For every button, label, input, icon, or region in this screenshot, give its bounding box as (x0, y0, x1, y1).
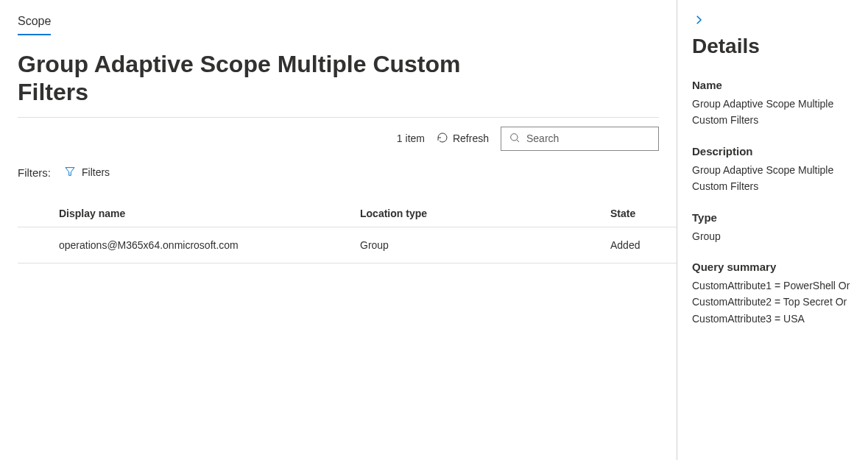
toolbar: 1 item Refresh (18, 127, 659, 151)
tab-scope[interactable]: Scope (18, 15, 51, 35)
svg-marker-2 (66, 167, 74, 175)
divider (18, 117, 659, 118)
field-query-summary: Query summary CustomAttribute1 = PowerSh… (692, 261, 853, 327)
filters-label: Filters: (18, 166, 51, 179)
field-description-value: Group Adaptive Scope Multiple Custom Fil… (692, 162, 853, 195)
cell-state: Added (610, 239, 677, 251)
details-panel: Details Name Group Adaptive Scope Multip… (677, 0, 868, 460)
refresh-button[interactable]: Refresh (437, 132, 489, 146)
main-panel: Scope Group Adaptive Scope Multiple Cust… (0, 0, 677, 460)
filters-row: Filters: Filters (18, 166, 677, 180)
field-query-summary-value: CustomAttribute1 = PowerShell Or CustomA… (692, 277, 853, 327)
details-title: Details (692, 35, 853, 58)
field-description: Description Group Adaptive Scope Multipl… (692, 145, 853, 195)
header-display-name[interactable]: Display name (59, 208, 360, 219)
field-name-value: Group Adaptive Scope Multiple Custom Fil… (692, 96, 853, 129)
cell-location-type: Group (360, 239, 610, 251)
svg-point-0 (511, 133, 518, 140)
header-state[interactable]: State (610, 208, 677, 219)
svg-line-1 (517, 139, 519, 141)
search-icon (509, 132, 521, 146)
search-box[interactable] (501, 127, 659, 151)
item-count: 1 item (397, 132, 425, 144)
filters-button[interactable]: Filters (64, 166, 110, 180)
table-header-row: Display name Location type State (18, 200, 677, 227)
table-row[interactable]: operations@M365x64.onmicrosoft.com Group… (18, 227, 677, 263)
search-input[interactable] (526, 132, 651, 144)
filter-icon (64, 166, 76, 180)
cell-display-name: operations@M365x64.onmicrosoft.com (59, 239, 360, 251)
col-pad (18, 208, 59, 219)
field-name: Name Group Adaptive Scope Multiple Custo… (692, 79, 853, 129)
collapse-panel-button[interactable] (692, 13, 705, 29)
field-query-summary-label: Query summary (692, 261, 853, 273)
field-type-label: Type (692, 211, 853, 224)
filters-chip-label: Filters (82, 166, 110, 178)
field-name-label: Name (692, 79, 853, 91)
refresh-icon (437, 132, 448, 146)
field-type: Type Group (692, 211, 853, 244)
refresh-label: Refresh (453, 132, 489, 144)
field-description-label: Description (692, 145, 853, 158)
results-table: Display name Location type State operati… (18, 200, 677, 263)
field-type-value: Group (692, 228, 853, 244)
header-location-type[interactable]: Location type (360, 208, 610, 219)
chevron-right-icon (692, 18, 705, 29)
tab-row: Scope (18, 15, 677, 35)
page-title: Group Adaptive Scope Multiple Custom Fil… (18, 50, 504, 107)
